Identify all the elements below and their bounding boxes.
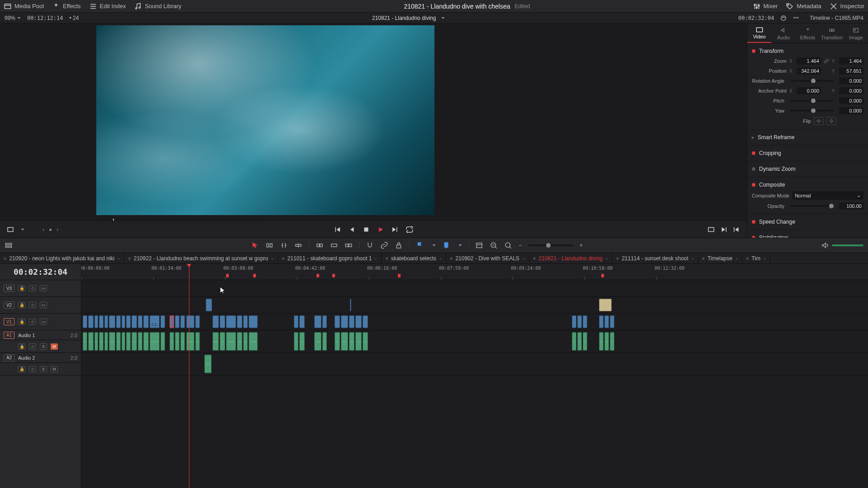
transform-enable-dot[interactable] (752, 49, 755, 53)
snap-icon[interactable] (366, 241, 374, 249)
step-back-icon[interactable] (348, 225, 356, 234)
video-clip[interactable] (322, 315, 327, 328)
mixer-tab[interactable]: Mixer (753, 2, 778, 10)
a2-mute-off[interactable]: M (51, 366, 58, 372)
audio-clip[interactable] (577, 332, 582, 351)
audio-clip[interactable] (138, 332, 142, 351)
video-clip[interactable] (363, 315, 368, 328)
audio-clip[interactable] (126, 332, 131, 351)
ruler-marker[interactable] (226, 274, 229, 277)
audio-clip[interactable] (83, 332, 87, 351)
marker-dropdown[interactable] (457, 242, 462, 249)
video-clip[interactable] (143, 315, 149, 328)
audio-clip[interactable] (355, 332, 362, 351)
video-clip[interactable] (249, 315, 258, 328)
timeline-tab[interactable]: ×210920 - neon Lights with jakob kai and… (0, 253, 124, 263)
video-clip[interactable] (610, 315, 614, 328)
a1-buttons-head[interactable]: 🔒 ◇ S M (0, 340, 81, 353)
a1-lock[interactable]: 🔒 (18, 343, 25, 350)
yaw-input[interactable]: 0.000 (839, 107, 863, 114)
video-clip[interactable] (88, 315, 94, 328)
effects-tab[interactable]: Effects (52, 2, 81, 10)
ruler-marker[interactable] (316, 274, 319, 277)
pos-x-input[interactable]: 342.064 (797, 67, 821, 75)
viewer-options[interactable]: ••• (793, 15, 799, 21)
zoom-in-button[interactable]: + (580, 242, 583, 249)
audio-clip[interactable] (349, 332, 354, 351)
audio-clip[interactable] (363, 332, 368, 351)
cropping-dot[interactable] (752, 151, 755, 155)
v3-enable[interactable]: ▭ (40, 285, 47, 291)
video-clip[interactable] (237, 315, 242, 328)
playhead[interactable] (189, 264, 189, 488)
audio-clip[interactable] (220, 332, 225, 351)
audio-clip[interactable] (94, 332, 98, 351)
v2-auto[interactable]: ◇ (29, 302, 36, 308)
dynamic-trim-icon[interactable] (280, 241, 288, 249)
viewer-clip-title[interactable]: 210821 - Llandudno diving (372, 15, 436, 21)
timeline-tab[interactable]: ×skateboard selects⌄ (382, 253, 446, 263)
edit-index-tab[interactable]: Edit Index (89, 2, 126, 10)
dynamic-zoom-dot[interactable] (752, 167, 755, 171)
trim-tool-icon[interactable] (265, 241, 274, 249)
marker-icon[interactable] (442, 241, 450, 249)
video-clip[interactable] (341, 315, 348, 328)
chevron-down-icon[interactable]: ⌄ (763, 256, 766, 260)
close-icon[interactable]: × (282, 256, 284, 261)
close-icon[interactable]: × (4, 256, 6, 261)
arrow-tool-icon[interactable] (251, 241, 259, 249)
v2-badge[interactable]: V2 (4, 301, 14, 309)
video-clip[interactable] (243, 315, 248, 328)
sound-library-tab[interactable]: Sound Library (134, 2, 181, 10)
overwrite-clip-icon[interactable] (330, 241, 338, 249)
inspector-tab-video[interactable]: Video (747, 23, 771, 43)
video-clip[interactable] (170, 315, 174, 328)
audio-clip[interactable] (341, 332, 348, 351)
video-clip[interactable] (294, 315, 298, 328)
video-clip[interactable] (206, 299, 212, 311)
flip-v-button[interactable] (826, 117, 836, 125)
v2-track[interactable] (81, 297, 868, 314)
audio-clip[interactable] (226, 332, 236, 351)
a2-auto[interactable]: ◇ (29, 366, 36, 372)
audio-clip[interactable] (322, 332, 327, 351)
timeline-tab[interactable]: ×210821 - Llandudno diving⌄ (529, 253, 613, 263)
timeline-tab[interactable]: ×Timelapse⌄ (698, 253, 742, 263)
prev-marker-icon[interactable] (732, 225, 741, 234)
chevron-down-icon[interactable]: ⌄ (735, 256, 738, 260)
video-clip[interactable] (314, 315, 321, 328)
video-clip[interactable] (175, 315, 179, 328)
audio-clip[interactable] (599, 332, 604, 351)
v3-badge[interactable]: V3 (4, 285, 14, 292)
metadata-tab[interactable]: Metadata (786, 2, 821, 10)
blade-tool-icon[interactable] (294, 241, 302, 249)
flag-dropdown[interactable] (430, 242, 436, 249)
speed-dot[interactable] (752, 220, 755, 224)
chevron-down-icon[interactable]: ⌄ (374, 256, 377, 260)
insert-clip-icon[interactable] (316, 241, 324, 249)
audio-clip[interactable] (299, 332, 305, 351)
audio-clip[interactable] (204, 355, 212, 373)
big-timecode[interactable]: 00:02:32:04 (0, 264, 81, 280)
cropping-header[interactable]: Cropping (752, 148, 863, 158)
volume-slider[interactable] (832, 244, 863, 246)
a2-buttons-head[interactable]: 🔒 ◇ S M (0, 363, 81, 375)
audio-clip[interactable] (243, 332, 248, 351)
v1-track[interactable]: C1... (81, 314, 868, 330)
bypass-icon[interactable] (780, 15, 787, 21)
a2-name-head[interactable]: A2 Audio 2 2.0 (0, 353, 81, 363)
audio-clip[interactable] (99, 332, 104, 351)
audio-clip[interactable] (249, 332, 258, 351)
a1-auto[interactable]: ◇ (29, 343, 36, 350)
v1-enable[interactable]: ▭ (40, 319, 47, 325)
audio-clip[interactable] (170, 332, 174, 351)
video-clip[interactable] (355, 315, 362, 328)
speed-change-header[interactable]: Speed Change (752, 217, 863, 227)
volume-icon[interactable] (821, 241, 829, 249)
next-marker-icon[interactable] (720, 225, 728, 234)
v1-auto[interactable]: ◇ (29, 319, 36, 325)
v3-auto[interactable]: ◇ (29, 285, 36, 291)
loop-icon[interactable] (406, 225, 414, 234)
jump-start-icon[interactable] (333, 225, 341, 234)
video-clip[interactable] (160, 315, 165, 328)
